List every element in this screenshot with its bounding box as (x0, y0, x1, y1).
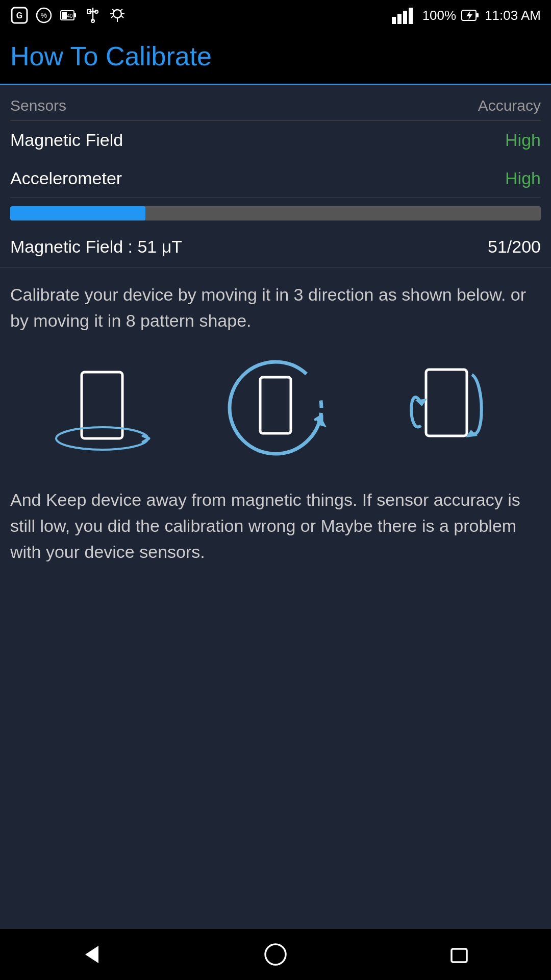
table-row: Accelerometer High (10, 159, 541, 198)
svg-line-14 (112, 9, 114, 11)
svg-point-37 (265, 944, 286, 965)
sensors-table-header: Sensors Accuracy (10, 85, 541, 121)
svg-point-31 (230, 362, 321, 454)
app-header: How To Calibrate (0, 31, 551, 85)
progress-bar-fill (10, 206, 145, 220)
sensor-name-accelerometer: Accelerometer (10, 168, 122, 188)
bottom-instructions: And Keep device away from magnetic thing… (0, 477, 551, 585)
magnetic-field-label: Magnetic Field : 51 μT (10, 237, 182, 257)
accuracy-col-label: Accuracy (478, 97, 541, 114)
home-button[interactable] (255, 934, 296, 975)
svg-rect-23 (403, 11, 407, 24)
svg-rect-26 (476, 13, 479, 17)
signal-icon (392, 7, 417, 24)
svg-rect-5 (74, 13, 76, 17)
sensor-accuracy-accelerometer: High (505, 168, 541, 188)
sensor-accuracy-magnetic: High (505, 130, 541, 150)
sensors-table: Sensors Accuracy Magnetic Field High Acc… (0, 85, 551, 198)
main-content: Sensors Accuracy Magnetic Field High Acc… (0, 85, 551, 929)
battery-level-icon: 140 (59, 6, 78, 24)
svg-text:140: 140 (64, 13, 73, 19)
time-display: 11:03 AM (485, 8, 541, 23)
back-button[interactable] (71, 934, 112, 975)
horizontal-rotation-icon (48, 354, 156, 461)
svg-line-15 (120, 9, 122, 11)
svg-marker-36 (85, 946, 98, 963)
status-icons-left: G % 140 (10, 6, 127, 24)
circular-rotation-icon (222, 354, 329, 461)
status-bar: G % 140 (0, 0, 551, 31)
vertical-rotation-icon (395, 354, 503, 461)
svg-line-16 (111, 16, 113, 18)
sensors-col-label: Sensors (10, 97, 66, 114)
bottom-instructions-text: And Keep device away from magnetic thing… (10, 487, 541, 565)
percent-icon: % (35, 6, 53, 24)
instructions-text: Calibrate your device by moving it in 3 … (10, 282, 541, 334)
debug-icon (108, 6, 127, 24)
svg-rect-33 (426, 370, 467, 436)
magnetic-field-value: 51/200 (488, 237, 541, 257)
svg-point-13 (113, 10, 121, 18)
sensor-name-magnetic: Magnetic Field (10, 130, 123, 150)
svg-rect-21 (392, 17, 396, 24)
svg-line-17 (121, 16, 123, 18)
app-icon: G (10, 6, 29, 24)
battery-percent: 100% (422, 8, 457, 23)
magnetic-field-info: Magnetic Field : 51 μT 51/200 (0, 229, 551, 267)
calibration-instructions: Calibrate your device by moving it in 3 … (0, 267, 551, 344)
status-icons-right: 100% 11:03 AM (392, 7, 541, 24)
svg-text:%: % (41, 11, 47, 19)
svg-marker-27 (466, 11, 472, 20)
svg-rect-30 (260, 377, 291, 433)
table-row: Magnetic Field High (10, 121, 541, 159)
recents-button[interactable] (439, 934, 480, 975)
battery-charging-icon (461, 8, 480, 22)
svg-rect-22 (397, 14, 402, 24)
svg-rect-38 (452, 949, 467, 962)
nav-bar (0, 929, 551, 980)
svg-rect-24 (409, 8, 413, 24)
usb-icon (84, 6, 102, 24)
page-title: How To Calibrate (10, 41, 541, 71)
svg-text:G: G (16, 11, 22, 20)
progress-bar-background (10, 206, 541, 220)
progress-container (0, 198, 551, 229)
rotation-icons-row (0, 344, 551, 477)
